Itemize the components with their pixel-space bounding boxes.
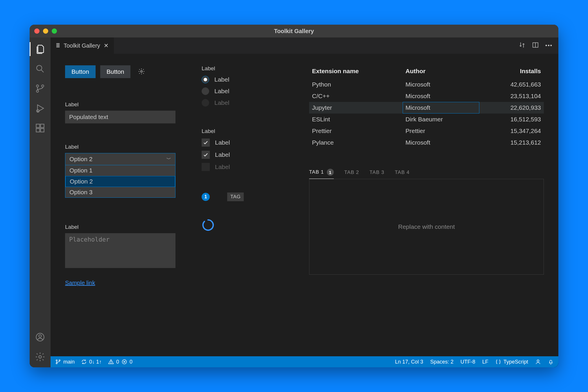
tab-label: TAB 4 [395,170,410,175]
radio-group-label: Label [202,65,297,72]
table-cell[interactable]: Python [309,79,403,90]
table-cell[interactable]: 16,512,593 [479,114,544,125]
tab-item[interactable]: TAB 11 [309,169,334,179]
table-cell[interactable]: Prettier [309,125,403,137]
select-option[interactable]: Option 3 [65,187,175,197]
table-cell[interactable]: ESLint [309,114,403,125]
maximize-window-button[interactable] [52,28,57,34]
activity-extensions[interactable] [30,121,51,135]
split-editor-button[interactable] [532,42,539,50]
activity-run-debug[interactable] [30,101,51,115]
secondary-button[interactable]: Button [100,65,131,78]
table-cell[interactable]: Dirk Baeumer [403,114,479,125]
tab-item[interactable]: TAB 4 [395,170,410,178]
column-header[interactable]: Installs [479,65,544,79]
select-field-label: Label [65,144,190,150]
checkbox-option[interactable]: Label [202,139,297,147]
table-cell[interactable]: C/C++ [309,90,403,102]
diff-icon [519,42,526,48]
table-cell[interactable]: 22,620,933 [479,102,544,114]
tab-panel: Replace with content [309,179,544,275]
tab-label: TAB 2 [344,170,359,175]
close-tab-button[interactable]: ✕ [104,42,109,49]
table-row[interactable]: ESLintDirk Baeumer16,512,593 [309,114,544,125]
text-field-input[interactable] [65,111,175,123]
column-header[interactable]: Extension name [309,65,403,79]
tab-item[interactable]: TAB 3 [370,170,384,178]
more-actions-button[interactable]: ••• [545,43,553,49]
table-row[interactable]: PrettierPrettier15,347,264 [309,125,544,137]
table-cell[interactable]: Microsoft [403,90,479,102]
settings-icon-button[interactable] [136,66,147,78]
svg-rect-8 [36,129,40,132]
status-sync[interactable]: 0↓ 1↑ [81,359,102,365]
activity-explorer[interactable] [30,42,51,56]
checkbox-indicator [202,163,210,171]
svg-point-13 [39,356,42,358]
table-cell[interactable]: Microsoft [403,137,479,148]
status-branch[interactable]: main [55,359,75,365]
column-header[interactable]: Author [403,65,479,79]
status-bar: main 0↓ 1↑ 0 0 Ln 17, Col 3 Spaces: 2 UT… [51,356,558,367]
status-encoding[interactable]: UTF-8 [460,359,475,365]
content: Button Button Label Label [51,54,558,356]
table-cell[interactable]: 15,347,264 [479,125,544,137]
primary-button[interactable]: Button [65,65,96,78]
table-cell[interactable]: 23,513,104 [479,90,544,102]
gear-icon [138,68,145,75]
extensions-icon [35,123,45,133]
table-cell[interactable]: Pylance [309,137,403,148]
status-problems[interactable]: 0 0 [108,359,132,365]
textarea-input[interactable] [65,233,175,268]
language-name: TypeScript [503,359,528,365]
select-option[interactable]: Option 2 [65,176,175,187]
status-notifications[interactable] [548,359,554,365]
table-row[interactable]: C/C++Microsoft23,513,104 [309,90,544,102]
radio-option[interactable]: Label [202,87,297,95]
select-field[interactable]: Option 2 ﹀ [65,153,175,165]
chevron-down-icon: ﹀ [166,156,171,162]
checkbox-option[interactable]: Label [202,151,297,159]
feedback-icon [535,359,541,365]
editor-tab-active[interactable]: ≣ Toolkit Gallery ✕ [51,37,114,54]
status-eol[interactable]: LF [482,359,488,365]
checkbox-label: Label [215,139,230,146]
activity-search[interactable] [30,62,51,76]
checkbox-indicator [202,139,210,147]
gear-icon [35,352,45,362]
sample-link[interactable]: Sample link [65,280,190,286]
table-cell[interactable]: Jupyter [309,102,403,114]
svg-marker-5 [37,105,44,112]
status-language[interactable]: TypeScript [495,359,528,365]
select-option[interactable]: Option 1 [65,165,175,176]
checkbox-label: Label [215,163,230,170]
svg-line-1 [41,70,44,72]
svg-rect-10 [41,124,44,128]
status-feedback[interactable] [535,359,541,365]
close-window-button[interactable] [34,28,40,34]
activity-bar [30,37,51,367]
table-cell[interactable]: Microsoft [403,102,479,114]
activity-accounts[interactable] [30,330,51,344]
activity-source-control[interactable] [30,82,51,96]
table-row[interactable]: PylanceMicrosoft15,213,612 [309,137,544,148]
svg-point-12 [39,335,42,337]
status-spaces[interactable]: Spaces: 2 [430,359,453,365]
compare-changes-button[interactable] [519,42,526,50]
select-dropdown: Option 1 Option 2 Option 3 [65,165,175,198]
status-cursor[interactable]: Ln 17, Col 3 [395,359,423,365]
activity-settings[interactable] [30,350,51,364]
table-cell[interactable]: Microsoft [403,79,479,90]
table-row[interactable]: JupyterMicrosoft22,620,933 [309,102,544,114]
table-row[interactable]: PythonMicrosoft42,651,663 [309,79,544,90]
radio-option[interactable]: Label [202,76,297,83]
radio-option-disabled: Label [202,99,297,107]
sync-text: 0↓ 1↑ [89,359,102,365]
minimize-window-button[interactable] [43,28,48,34]
tab-item[interactable]: TAB 2 [344,170,359,178]
table-cell[interactable]: 15,213,612 [479,137,544,148]
app-window: Toolkit Gallery [30,25,558,367]
files-icon [35,44,45,54]
table-cell[interactable]: Prettier [403,125,479,137]
table-cell[interactable]: 42,651,663 [479,79,544,90]
